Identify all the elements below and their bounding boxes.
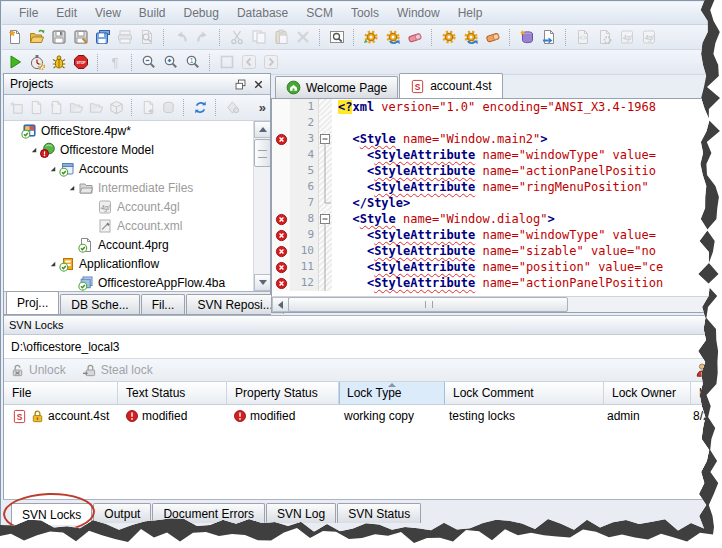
overflow-chevron-button[interactable]: » — [259, 100, 266, 115]
tree-item-account-xml[interactable]: Account.xml — [4, 216, 254, 235]
tree-item-officestoreappflow-4ba[interactable]: OfficestoreAppFlow.4ba — [4, 273, 254, 291]
scrollbar-thumb[interactable] — [254, 139, 270, 167]
paste-button[interactable] — [270, 26, 292, 48]
projects-tab-fil[interactable]: Fil... — [141, 294, 186, 314]
menu-item-tools[interactable]: Tools — [342, 3, 388, 23]
expander-icon[interactable] — [65, 181, 78, 194]
menu-item-view[interactable]: View — [86, 3, 130, 23]
column-header-text-status[interactable]: Text Status — [118, 382, 227, 404]
column-header-lock-comment[interactable]: Lock Comment — [445, 382, 604, 404]
tree-item-account-4gl[interactable]: 4glAccount.4gl — [4, 197, 254, 216]
nav-forward-button[interactable] — [260, 51, 282, 73]
pilcrow-button[interactable]: ¶ — [104, 51, 126, 73]
column-header-property-status[interactable]: Property Status — [227, 382, 339, 404]
add-document-button[interactable] — [46, 98, 66, 118]
print-preview-button[interactable] — [136, 26, 158, 48]
expander-icon[interactable] — [46, 257, 59, 270]
clean-all-button[interactable] — [482, 26, 504, 48]
build-sync-button[interactable] — [382, 26, 404, 48]
folder-group-button[interactable] — [86, 98, 106, 118]
scroll-left-button[interactable] — [272, 297, 289, 312]
bottom-tab-svn-status[interactable]: SVN Status — [337, 503, 421, 523]
save-button[interactable] — [48, 26, 70, 48]
open-file-button[interactable] — [26, 26, 48, 48]
fold-marker[interactable] — [319, 131, 332, 147]
menu-item-scm[interactable]: SCM — [297, 3, 342, 23]
new-document-button[interactable] — [26, 98, 46, 118]
expander-icon[interactable] — [46, 162, 59, 175]
find-in-files-button[interactable] — [326, 26, 348, 48]
profile-button[interactable] — [26, 51, 48, 73]
doc-gear-button[interactable] — [594, 26, 616, 48]
redo-button[interactable] — [192, 26, 214, 48]
stop-button[interactable]: STOP — [70, 51, 92, 73]
package-button[interactable] — [106, 98, 126, 118]
delete-button[interactable] — [292, 26, 314, 48]
print-button[interactable] — [114, 26, 136, 48]
diamond-button[interactable] — [222, 98, 242, 118]
build-all-sync-button[interactable] — [460, 26, 482, 48]
projects-tab-svn-reposi[interactable]: SVN Reposi... — [186, 294, 283, 314]
zoom-out-button[interactable] — [138, 51, 160, 73]
build-all-button[interactable] — [438, 26, 460, 48]
save-all-button[interactable] — [92, 26, 114, 48]
column-header-file[interactable]: File — [4, 382, 118, 404]
code-editor[interactable]: 1<?xml version="1.0" encoding="ANSI_X3.4… — [271, 98, 722, 296]
unlock-button[interactable]: Unlock — [10, 363, 66, 378]
column-header-lock-type[interactable]: Lock Type — [339, 382, 445, 404]
expander-icon[interactable] — [27, 143, 40, 156]
menu-item-debug[interactable]: Debug — [175, 3, 228, 23]
new-db-project-button[interactable] — [516, 26, 538, 48]
menu-item-file[interactable]: File — [10, 3, 47, 23]
open-folder-button[interactable] — [66, 98, 86, 118]
projects-tab-proj[interactable]: Proj... — [6, 291, 59, 314]
build-button[interactable] — [360, 26, 382, 48]
zoom-one-button[interactable]: 1 — [182, 51, 204, 73]
menu-item-build[interactable]: Build — [130, 3, 175, 23]
fgl-doc2-button[interactable]: 4gl — [638, 26, 660, 48]
scrollbar-thumb[interactable] — [288, 297, 568, 312]
close-panel-button[interactable] — [250, 77, 266, 92]
run-button[interactable] — [4, 51, 26, 73]
tree-item-applicationflow[interactable]: Applicationflow — [4, 254, 254, 273]
table-row[interactable]: Saccount.4stmodifiedmodifiedworking copy… — [4, 405, 722, 427]
nav-back-button[interactable] — [238, 51, 260, 73]
zoom-in-button[interactable] — [160, 51, 182, 73]
float-panel-button[interactable] — [232, 77, 248, 92]
menu-item-database[interactable]: Database — [228, 3, 297, 23]
menu-item-help[interactable]: Help — [449, 3, 492, 23]
tree-item-officestore-4pw[interactable]: OfficeStore.4pw* — [4, 121, 254, 140]
cut-button[interactable] — [226, 26, 248, 48]
code-doc-button[interactable]: <> — [572, 26, 594, 48]
tree-item-accounts[interactable]: Accounts — [4, 159, 254, 178]
scroll-down-button[interactable] — [254, 274, 270, 291]
menu-item-edit[interactable]: Edit — [47, 3, 86, 23]
clean-button[interactable] — [404, 26, 426, 48]
new-file-button[interactable] — [4, 26, 26, 48]
menu-item-window[interactable]: Window — [388, 3, 449, 23]
undo-button[interactable] — [170, 26, 192, 48]
copy-button[interactable] — [248, 26, 270, 48]
editor-tab-account-4st[interactable]: Saccount.4st — [399, 73, 502, 98]
horizontal-scrollbar[interactable] — [271, 296, 722, 313]
refresh-button[interactable] — [190, 98, 210, 118]
import-db-button[interactable] — [538, 26, 560, 48]
bottom-tab-svn-log[interactable]: SVN Log — [266, 503, 336, 523]
working-copy-path[interactable]: D:\officestore_local3 — [4, 335, 722, 359]
tree-item-account-4prg[interactable]: Account.4prg — [4, 235, 254, 254]
fgl-doc-button[interactable]: 4gl — [616, 26, 638, 48]
debug-button[interactable] — [48, 51, 70, 73]
shape-square-button[interactable] — [216, 51, 238, 73]
projects-tab-db-sche[interactable]: DB Sche... — [60, 294, 139, 314]
db-gear-button[interactable] — [158, 98, 178, 118]
column-header-lock-owner[interactable]: Lock Owner — [604, 382, 691, 404]
doc-plus-button[interactable] — [138, 98, 158, 118]
fold-marker[interactable] — [319, 211, 332, 227]
vertical-scrollbar[interactable] — [253, 121, 270, 291]
scroll-up-button[interactable] — [254, 121, 270, 138]
tree-item-intermediate-files[interactable]: Intermediate Files — [4, 178, 254, 197]
editor-tab-welcome-page[interactable]: Welcome Page — [275, 76, 398, 98]
new-project-button[interactable] — [6, 98, 26, 118]
tree-item-officestore-model[interactable]: Officestore Model — [4, 140, 254, 159]
save-as-button[interactable] — [70, 26, 92, 48]
